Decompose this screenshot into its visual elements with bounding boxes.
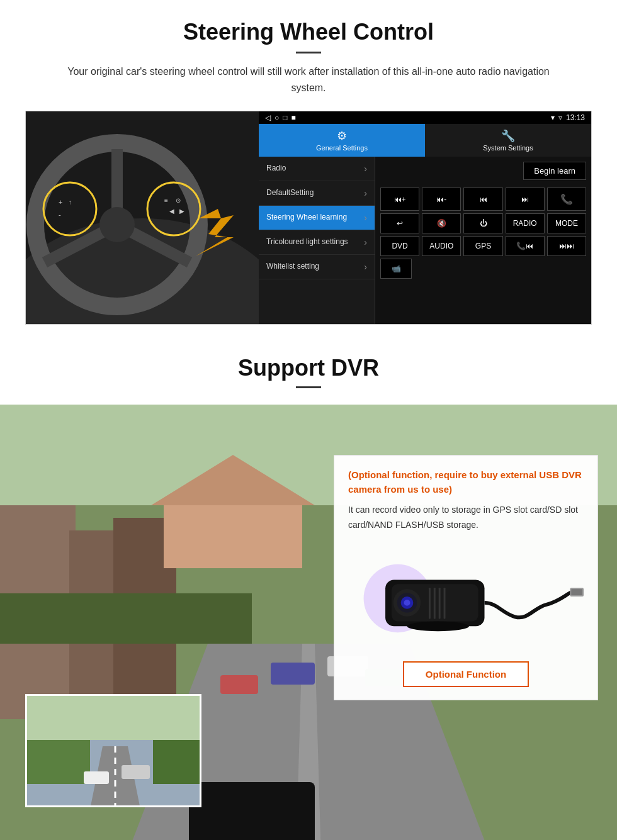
control-row-3: DVD AUDIO GPS 📞⏮ ⏭⏭ — [380, 236, 586, 256]
tab-general-label: General Settings — [316, 144, 368, 152]
ctrl-power[interactable]: ⏻ — [463, 213, 502, 233]
menu-item-tricoloured[interactable]: Tricoloured light settings › — [259, 230, 375, 255]
nav-recent-icon: □ — [283, 113, 287, 122]
svg-point-46 — [404, 600, 410, 606]
control-row-1: ⏮+ ⏮- ⏮ ⏭ 📞 — [380, 188, 586, 211]
ctrl-vol-up[interactable]: ⏮+ — [380, 188, 419, 211]
ctrl-audio[interactable]: AUDIO — [422, 236, 461, 256]
steering-bg: + - ↑ ≡ ⊙ ◀ ▶ — [26, 111, 259, 324]
nav-back-icon: ◁ — [265, 113, 271, 122]
android-content-area: Radio › DefaultSetting › Steering Wheel … — [259, 157, 591, 324]
svg-rect-52 — [571, 589, 582, 595]
control-row-4: 📹 — [380, 259, 586, 279]
svg-rect-31 — [164, 505, 302, 568]
settings-gear-icon: ⚙ — [337, 129, 347, 143]
dvr-optional-heading: (Optional function, require to buy exter… — [348, 468, 584, 496]
menu-item-default-setting[interactable]: DefaultSetting › — [259, 181, 375, 206]
optional-function-button[interactable]: Optional Function — [403, 661, 529, 687]
menu-item-steering-learning[interactable]: Steering Wheel learning › — [259, 206, 375, 230]
ctrl-mute[interactable]: 🔇 — [422, 213, 461, 233]
steering-description: Your original car's steering wheel contr… — [50, 64, 567, 96]
dvr-section: Support DVR — [0, 337, 617, 840]
dvr-title-divider — [296, 386, 321, 388]
menu-whitelist-label: Whitelist setting — [266, 262, 319, 272]
steering-title: Steering Wheel Control — [25, 19, 592, 45]
svg-rect-49 — [439, 588, 441, 619]
dvr-header: Support DVR — [0, 337, 617, 405]
steering-section: Steering Wheel Control Your original car… — [0, 0, 617, 337]
ctrl-next[interactable]: ⏭ — [506, 188, 545, 211]
tab-system-settings[interactable]: 🔧 System Settings — [425, 124, 591, 157]
ctrl-back[interactable]: ↩ — [380, 213, 419, 233]
menu-steering-label: Steering Wheel learning — [266, 213, 347, 223]
ctrl-skip[interactable]: ⏭⏭ — [547, 236, 586, 256]
svg-text:↑: ↑ — [69, 199, 72, 206]
ctrl-vol-down[interactable]: ⏮- — [422, 188, 461, 211]
ctrl-phone[interactable]: 📞 — [547, 188, 586, 211]
menu-item-radio[interactable]: Radio › — [259, 157, 375, 181]
svg-text:◀: ◀ — [169, 208, 174, 215]
svg-point-6 — [99, 207, 135, 242]
svg-point-53 — [407, 621, 469, 631]
svg-text:⊙: ⊙ — [176, 197, 181, 204]
svg-rect-25 — [271, 663, 315, 685]
steering-wheel-photo: + - ↑ ≡ ⊙ ◀ ▶ — [26, 111, 259, 324]
svg-rect-36 — [153, 740, 201, 784]
svg-rect-47 — [429, 588, 431, 619]
chevron-icon: › — [364, 188, 367, 198]
svg-text:≡: ≡ — [164, 197, 168, 204]
tab-system-label: System Settings — [483, 144, 533, 152]
chevron-icon: › — [364, 213, 367, 223]
svg-rect-39 — [27, 696, 201, 740]
chevron-icon: › — [364, 237, 367, 247]
system-icon: 🔧 — [501, 129, 515, 143]
menu-item-whitelist[interactable]: Whitelist setting › — [259, 255, 375, 279]
dvr-camera-illustration — [348, 542, 584, 655]
android-tab-row: ⚙ General Settings 🔧 System Settings — [259, 124, 591, 157]
svg-rect-21 — [0, 593, 252, 644]
ctrl-prev[interactable]: ⏮ — [463, 188, 502, 211]
svg-rect-37 — [84, 771, 109, 784]
ctrl-camera[interactable]: 📹 — [380, 259, 412, 279]
dvr-info-card: (Optional function, require to buy exter… — [334, 455, 598, 700]
dvr-description: It can record video only to storage in G… — [348, 503, 584, 533]
menu-default-label: DefaultSetting — [266, 188, 314, 198]
begin-learn-row: Begin learn — [375, 157, 591, 185]
ctrl-mode[interactable]: MODE — [547, 213, 586, 233]
title-divider — [296, 52, 321, 53]
android-menu-list: Radio › DefaultSetting › Steering Wheel … — [259, 157, 375, 324]
svg-rect-38 — [122, 765, 150, 779]
dvr-inset-camera-view — [25, 694, 201, 807]
control-grid: ⏮+ ⏮- ⏮ ⏭ 📞 ↩ 🔇 ⏻ RADIO MODE — [375, 185, 591, 281]
svg-rect-24 — [220, 675, 258, 694]
ctrl-dvd[interactable]: DVD — [380, 236, 419, 256]
begin-learn-button[interactable]: Begin learn — [523, 162, 586, 180]
ui-demo-container: + - ↑ ≡ ⊙ ◀ ▶ ◁ ○ □ ■ — [25, 111, 592, 325]
signal-icon: ▾ — [551, 113, 555, 122]
ctrl-phone-prev[interactable]: 📞⏮ — [506, 236, 545, 256]
svg-text:-: - — [59, 211, 61, 218]
tab-general-settings[interactable]: ⚙ General Settings — [259, 124, 425, 157]
wifi-icon: ▿ — [558, 113, 562, 122]
android-right-panel: Begin learn ⏮+ ⏮- ⏮ ⏭ 📞 ↩ — [375, 157, 591, 324]
android-ui-panel: ◁ ○ □ ■ ▾ ▿ 13:13 ⚙ General Settings 🔧 S… — [259, 111, 591, 324]
chevron-icon: › — [364, 164, 367, 174]
android-status-bar: ◁ ○ □ ■ ▾ ▿ 13:13 — [259, 111, 591, 124]
ctrl-gps[interactable]: GPS — [463, 236, 502, 256]
svg-text:+: + — [59, 198, 62, 206]
dvr-title: Support DVR — [25, 355, 592, 381]
svg-text:▶: ▶ — [179, 208, 184, 215]
svg-rect-28 — [189, 782, 315, 840]
chevron-icon: › — [364, 262, 367, 272]
nav-menu-icon: ■ — [292, 113, 296, 122]
svg-rect-50 — [444, 588, 446, 619]
svg-rect-48 — [434, 588, 436, 619]
ctrl-radio[interactable]: RADIO — [506, 213, 545, 233]
dvr-scene: (Optional function, require to buy exter… — [0, 405, 617, 840]
svg-rect-35 — [27, 734, 90, 784]
nav-home-icon: ○ — [275, 113, 279, 122]
menu-radio-label: Radio — [266, 164, 286, 174]
control-row-2: ↩ 🔇 ⏻ RADIO MODE — [380, 213, 586, 233]
menu-tricoloured-label: Tricoloured light settings — [266, 237, 348, 247]
status-time: 13:13 — [566, 113, 585, 122]
